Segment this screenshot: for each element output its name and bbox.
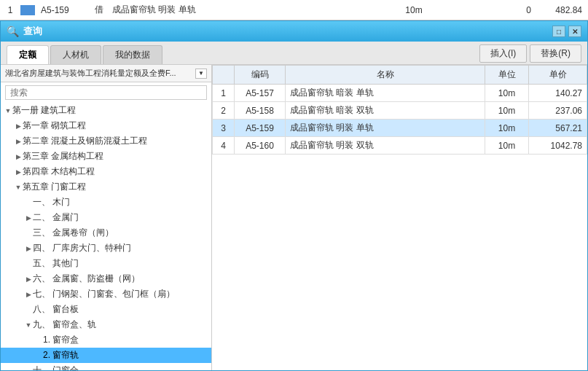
tree-item-label: 第一章 砌筑工程 bbox=[23, 120, 208, 132]
col-header-code: 编码 bbox=[235, 66, 286, 85]
tree-item-label: 2. 窗帘轨 bbox=[43, 349, 208, 362]
tree-item[interactable]: ▼第一册 建筑工程 bbox=[1, 103, 211, 118]
tree-item-label: 四、 厂库房大门、特种门 bbox=[33, 242, 208, 254]
left-panel-header: 湖北省房屋建筑与装饰工程消耗量定额及全费F... ▼ bbox=[1, 65, 211, 82]
cell-index: 1 bbox=[213, 85, 235, 102]
tree-item[interactable]: ▼第五章 门窗工程 bbox=[1, 179, 211, 195]
top-price: 482.84 bbox=[534, 5, 585, 15]
cell-price: 1042.78 bbox=[529, 137, 587, 155]
dialog-titlebar: 🔍 查询 □ ✕ bbox=[1, 21, 587, 42]
top-name: 成品窗帘轨 明装 单轨 bbox=[109, 2, 396, 17]
tree-item[interactable]: ▶第一章 砌筑工程 bbox=[1, 118, 211, 133]
tab-wodeshuju[interactable]: 我的数据 bbox=[103, 45, 162, 64]
cell-code: A5-157 bbox=[235, 85, 286, 102]
row-number: 1 bbox=[3, 5, 17, 15]
top-quantity: 0 bbox=[490, 5, 534, 15]
tree-item-label: 第四章 木结构工程 bbox=[23, 165, 208, 178]
tree-arrow-icon: ▶ bbox=[24, 214, 33, 222]
dropdown-button[interactable]: ▼ bbox=[195, 69, 207, 79]
header-text: 湖北省房屋建筑与装饰工程消耗量定额及全费F... bbox=[5, 68, 192, 79]
table-row[interactable]: 3A5-159成品窗帘轨 明装 单轨10m567.21 bbox=[213, 120, 587, 137]
cell-index: 2 bbox=[213, 102, 235, 120]
tree-item-label: 第三章 金属结构工程 bbox=[23, 150, 208, 163]
tree-item-label: 1. 窗帘盒 bbox=[43, 334, 208, 346]
cell-price: 237.06 bbox=[529, 102, 587, 120]
tab-dinge[interactable]: 定额 bbox=[7, 45, 49, 64]
cell-price: 140.27 bbox=[529, 85, 587, 102]
content-area: 湖北省房屋建筑与装饰工程消耗量定额及全费F... ▼ ▼第一册 建筑工程▶第一章… bbox=[1, 65, 587, 370]
tree-item-label: 第二章 混凝土及钢筋混凝土工程 bbox=[23, 135, 208, 147]
tree-arrow-icon: ▶ bbox=[14, 168, 23, 176]
cell-code: A5-159 bbox=[235, 120, 286, 137]
col-header-idx bbox=[213, 66, 235, 85]
tree-arrow-icon: ▶ bbox=[14, 152, 23, 161]
cell-name: 成品窗帘轨 暗装 单轨 bbox=[286, 85, 485, 102]
tree-arrow-icon: ▶ bbox=[14, 137, 23, 146]
replace-button[interactable]: 替换(R) bbox=[530, 44, 581, 63]
tree-arrow-icon: ▶ bbox=[24, 275, 33, 284]
col-header-name: 名称 bbox=[286, 66, 485, 85]
tree-item[interactable]: ▶六、 金属窗、防盗栅（网） bbox=[1, 271, 211, 286]
tree-item[interactable]: ▶四、 厂库房大门、特种门 bbox=[1, 241, 211, 256]
tree-arrow-icon: ▼ bbox=[4, 106, 12, 115]
tree-item[interactable]: ▶七、 门钢架、门窗套、包门框（扇） bbox=[1, 286, 211, 302]
cell-price: 567.21 bbox=[529, 120, 587, 137]
tree-item[interactable]: 2. 窗帘轨 bbox=[1, 348, 211, 363]
tree-item[interactable]: ▶第四章 木结构工程 bbox=[1, 164, 211, 179]
tree-arrow-icon: ▶ bbox=[14, 122, 23, 130]
tab-actions: 插入(I) 替换(R) bbox=[479, 44, 581, 64]
tree-item[interactable]: ▶第二章 混凝土及钢筋混凝土工程 bbox=[1, 133, 211, 149]
top-code: A5-159 bbox=[38, 4, 89, 17]
tree-item-label: 二、 金属门 bbox=[33, 211, 208, 224]
tab-rencaiji[interactable]: 人材机 bbox=[50, 45, 101, 64]
table-row[interactable]: 2A5-158成品窗帘轨 暗装 双轨10m237.06 bbox=[213, 102, 587, 120]
tree-arrow-icon: ▼ bbox=[24, 321, 33, 329]
tree-item[interactable]: ▼九、 窗帘盒、轨 bbox=[1, 317, 211, 332]
cell-name: 成品窗帘轨 明装 单轨 bbox=[286, 120, 485, 137]
top-bar: 1 A5-159 借 成品窗帘轨 明装 单轨 10m 0 482.84 bbox=[0, 0, 588, 20]
top-type: 借 bbox=[89, 4, 109, 16]
tree-item[interactable]: 一、 木门 bbox=[1, 195, 211, 210]
tree-item-label: 一、 木门 bbox=[33, 196, 208, 208]
tree-item[interactable]: ▶二、 金属门 bbox=[1, 210, 211, 225]
minimize-button[interactable]: □ bbox=[552, 26, 565, 37]
query-dialog: 🔍 查询 □ ✕ 定额 人材机 我的数据 插入(I) 替换(R) 湖北省房屋建筑… bbox=[0, 20, 588, 371]
cell-unit: 10m bbox=[485, 120, 529, 137]
col-header-unit: 单位 bbox=[485, 66, 529, 85]
table-row[interactable]: 1A5-157成品窗帘轨 暗装 单轨10m140.27 bbox=[213, 85, 587, 102]
tree-item[interactable]: 五、 其他门 bbox=[1, 256, 211, 271]
col-header-price: 单价 bbox=[529, 66, 587, 85]
top-unit: 10m bbox=[396, 5, 432, 15]
dialog-title-text: 查询 bbox=[23, 25, 42, 38]
tree-item-label: 八、 窗台板 bbox=[33, 303, 208, 316]
tree-item[interactable]: 三、 金属卷帘（闸） bbox=[1, 225, 211, 241]
tree-arrow-icon: ▼ bbox=[14, 183, 23, 192]
cell-name: 成品窗帘轨 明装 双轨 bbox=[286, 137, 485, 155]
dialog-title-left: 🔍 查询 bbox=[7, 25, 42, 38]
tree-item-label: 七、 门钢架、门窗套、包门框（扇） bbox=[33, 288, 208, 300]
cell-unit: 10m bbox=[485, 102, 529, 120]
cell-name: 成品窗帘轨 暗装 双轨 bbox=[286, 102, 485, 120]
tree-item[interactable]: 1. 窗帘盒 bbox=[1, 332, 211, 348]
cell-index: 3 bbox=[213, 120, 235, 137]
close-button[interactable]: ✕ bbox=[568, 26, 581, 37]
tree-arrow-icon: ▶ bbox=[24, 290, 33, 299]
tree-arrow-icon: ▶ bbox=[24, 244, 33, 253]
tree-area: ▼第一册 建筑工程▶第一章 砌筑工程▶第二章 混凝土及钢筋混凝土工程▶第三章 金… bbox=[1, 103, 211, 370]
tree-item-label: 十、 门窗合 bbox=[33, 364, 208, 370]
tree-item-label: 九、 窗帘盒、轨 bbox=[33, 319, 208, 331]
data-table: 编码 名称 单位 单价 1A5-157成品窗帘轨 暗装 单轨10m140.272… bbox=[212, 65, 587, 155]
tree-item[interactable]: 八、 窗台板 bbox=[1, 302, 211, 317]
dialog-icon: 🔍 bbox=[7, 26, 19, 37]
search-input[interactable] bbox=[5, 85, 207, 100]
left-panel: 湖北省房屋建筑与装饰工程消耗量定额及全费F... ▼ ▼第一册 建筑工程▶第一章… bbox=[1, 65, 212, 370]
cell-index: 4 bbox=[213, 137, 235, 155]
tree-item[interactable]: ▶第三章 金属结构工程 bbox=[1, 149, 211, 164]
table-row[interactable]: 4A5-160成品窗帘轨 明装 双轨10m1042.78 bbox=[213, 137, 587, 155]
insert-button[interactable]: 插入(I) bbox=[479, 44, 527, 63]
tree-item-label: 六、 金属窗、防盗栅（网） bbox=[33, 273, 208, 285]
cell-code: A5-158 bbox=[235, 102, 286, 120]
tree-item-label: 第一册 建筑工程 bbox=[12, 104, 208, 117]
tree-item[interactable]: 十、 门窗合 bbox=[1, 363, 211, 370]
tab-bar: 定额 人材机 我的数据 插入(I) 替换(R) bbox=[1, 42, 587, 65]
